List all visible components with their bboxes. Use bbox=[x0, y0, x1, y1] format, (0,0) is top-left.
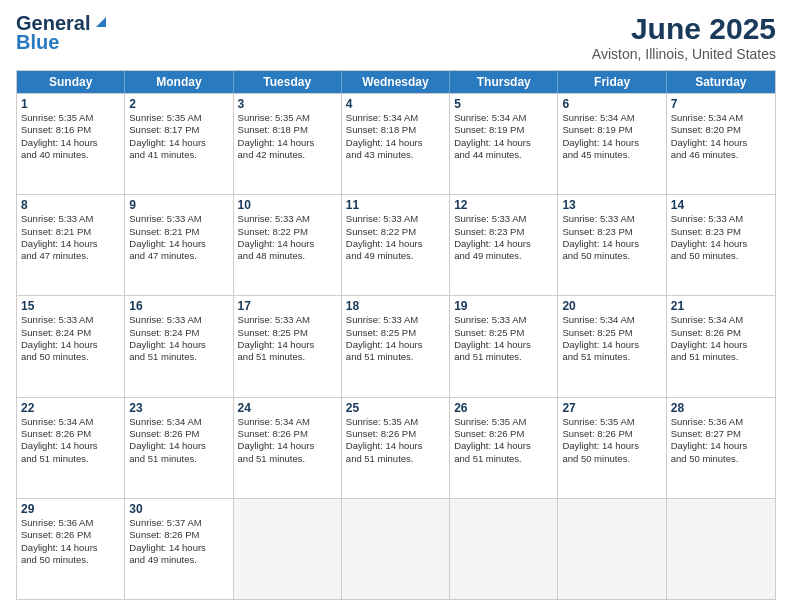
day-info: Sunrise: 5:35 AM Sunset: 8:26 PM Dayligh… bbox=[346, 416, 445, 465]
day-info: Sunrise: 5:33 AM Sunset: 8:24 PM Dayligh… bbox=[21, 314, 120, 363]
calendar-cell: 14Sunrise: 5:33 AM Sunset: 8:23 PM Dayli… bbox=[667, 195, 775, 295]
title-block: June 2025 Aviston, Illinois, United Stat… bbox=[592, 12, 776, 62]
weekday-header-tuesday: Tuesday bbox=[234, 71, 342, 93]
day-number: 10 bbox=[238, 198, 337, 212]
day-info: Sunrise: 5:33 AM Sunset: 8:24 PM Dayligh… bbox=[129, 314, 228, 363]
weekday-header-wednesday: Wednesday bbox=[342, 71, 450, 93]
calendar-cell: 26Sunrise: 5:35 AM Sunset: 8:26 PM Dayli… bbox=[450, 398, 558, 498]
calendar-cell: 23Sunrise: 5:34 AM Sunset: 8:26 PM Dayli… bbox=[125, 398, 233, 498]
day-info: Sunrise: 5:35 AM Sunset: 8:17 PM Dayligh… bbox=[129, 112, 228, 161]
day-number: 20 bbox=[562, 299, 661, 313]
day-info: Sunrise: 5:33 AM Sunset: 8:23 PM Dayligh… bbox=[562, 213, 661, 262]
day-number: 27 bbox=[562, 401, 661, 415]
day-info: Sunrise: 5:34 AM Sunset: 8:20 PM Dayligh… bbox=[671, 112, 771, 161]
calendar-cell: 30Sunrise: 5:37 AM Sunset: 8:26 PM Dayli… bbox=[125, 499, 233, 599]
day-info: Sunrise: 5:34 AM Sunset: 8:25 PM Dayligh… bbox=[562, 314, 661, 363]
weekday-header-sunday: Sunday bbox=[17, 71, 125, 93]
day-number: 29 bbox=[21, 502, 120, 516]
day-info: Sunrise: 5:34 AM Sunset: 8:26 PM Dayligh… bbox=[238, 416, 337, 465]
day-info: Sunrise: 5:35 AM Sunset: 8:18 PM Dayligh… bbox=[238, 112, 337, 161]
calendar-cell: 6Sunrise: 5:34 AM Sunset: 8:19 PM Daylig… bbox=[558, 94, 666, 194]
day-number: 17 bbox=[238, 299, 337, 313]
day-number: 19 bbox=[454, 299, 553, 313]
calendar-header: SundayMondayTuesdayWednesdayThursdayFrid… bbox=[17, 71, 775, 93]
calendar-cell: 3Sunrise: 5:35 AM Sunset: 8:18 PM Daylig… bbox=[234, 94, 342, 194]
day-info: Sunrise: 5:34 AM Sunset: 8:18 PM Dayligh… bbox=[346, 112, 445, 161]
day-info: Sunrise: 5:34 AM Sunset: 8:19 PM Dayligh… bbox=[454, 112, 553, 161]
calendar-cell: 20Sunrise: 5:34 AM Sunset: 8:25 PM Dayli… bbox=[558, 296, 666, 396]
calendar-cell: 2Sunrise: 5:35 AM Sunset: 8:17 PM Daylig… bbox=[125, 94, 233, 194]
day-number: 25 bbox=[346, 401, 445, 415]
calendar-cell: 18Sunrise: 5:33 AM Sunset: 8:25 PM Dayli… bbox=[342, 296, 450, 396]
day-info: Sunrise: 5:33 AM Sunset: 8:21 PM Dayligh… bbox=[129, 213, 228, 262]
calendar-row-2: 8Sunrise: 5:33 AM Sunset: 8:21 PM Daylig… bbox=[17, 194, 775, 295]
day-info: Sunrise: 5:33 AM Sunset: 8:23 PM Dayligh… bbox=[671, 213, 771, 262]
calendar-cell: 24Sunrise: 5:34 AM Sunset: 8:26 PM Dayli… bbox=[234, 398, 342, 498]
weekday-header-monday: Monday bbox=[125, 71, 233, 93]
day-info: Sunrise: 5:34 AM Sunset: 8:26 PM Dayligh… bbox=[21, 416, 120, 465]
day-number: 11 bbox=[346, 198, 445, 212]
calendar-cell bbox=[342, 499, 450, 599]
day-number: 28 bbox=[671, 401, 771, 415]
calendar-cell: 5Sunrise: 5:34 AM Sunset: 8:19 PM Daylig… bbox=[450, 94, 558, 194]
logo-triangle-icon bbox=[92, 13, 110, 31]
day-number: 24 bbox=[238, 401, 337, 415]
day-number: 7 bbox=[671, 97, 771, 111]
calendar-cell: 8Sunrise: 5:33 AM Sunset: 8:21 PM Daylig… bbox=[17, 195, 125, 295]
day-info: Sunrise: 5:35 AM Sunset: 8:26 PM Dayligh… bbox=[562, 416, 661, 465]
day-info: Sunrise: 5:36 AM Sunset: 8:27 PM Dayligh… bbox=[671, 416, 771, 465]
calendar-cell bbox=[667, 499, 775, 599]
calendar-cell: 1Sunrise: 5:35 AM Sunset: 8:16 PM Daylig… bbox=[17, 94, 125, 194]
calendar-row-3: 15Sunrise: 5:33 AM Sunset: 8:24 PM Dayli… bbox=[17, 295, 775, 396]
weekday-header-thursday: Thursday bbox=[450, 71, 558, 93]
day-number: 14 bbox=[671, 198, 771, 212]
logo-blue-text: Blue bbox=[16, 31, 59, 54]
day-number: 3 bbox=[238, 97, 337, 111]
calendar-page: General Blue June 2025 Aviston, Illinois… bbox=[0, 0, 792, 612]
day-info: Sunrise: 5:33 AM Sunset: 8:25 PM Dayligh… bbox=[454, 314, 553, 363]
day-info: Sunrise: 5:36 AM Sunset: 8:26 PM Dayligh… bbox=[21, 517, 120, 566]
calendar-cell: 27Sunrise: 5:35 AM Sunset: 8:26 PM Dayli… bbox=[558, 398, 666, 498]
day-number: 26 bbox=[454, 401, 553, 415]
calendar-cell: 13Sunrise: 5:33 AM Sunset: 8:23 PM Dayli… bbox=[558, 195, 666, 295]
calendar: SundayMondayTuesdayWednesdayThursdayFrid… bbox=[16, 70, 776, 600]
day-info: Sunrise: 5:33 AM Sunset: 8:25 PM Dayligh… bbox=[346, 314, 445, 363]
calendar-cell: 17Sunrise: 5:33 AM Sunset: 8:25 PM Dayli… bbox=[234, 296, 342, 396]
logo: General Blue bbox=[16, 12, 110, 54]
day-number: 2 bbox=[129, 97, 228, 111]
calendar-cell: 12Sunrise: 5:33 AM Sunset: 8:23 PM Dayli… bbox=[450, 195, 558, 295]
calendar-body: 1Sunrise: 5:35 AM Sunset: 8:16 PM Daylig… bbox=[17, 93, 775, 599]
day-number: 8 bbox=[21, 198, 120, 212]
day-info: Sunrise: 5:37 AM Sunset: 8:26 PM Dayligh… bbox=[129, 517, 228, 566]
day-number: 16 bbox=[129, 299, 228, 313]
day-info: Sunrise: 5:33 AM Sunset: 8:22 PM Dayligh… bbox=[238, 213, 337, 262]
calendar-cell: 15Sunrise: 5:33 AM Sunset: 8:24 PM Dayli… bbox=[17, 296, 125, 396]
day-number: 6 bbox=[562, 97, 661, 111]
day-info: Sunrise: 5:34 AM Sunset: 8:19 PM Dayligh… bbox=[562, 112, 661, 161]
day-number: 23 bbox=[129, 401, 228, 415]
day-number: 9 bbox=[129, 198, 228, 212]
calendar-cell: 28Sunrise: 5:36 AM Sunset: 8:27 PM Dayli… bbox=[667, 398, 775, 498]
day-info: Sunrise: 5:35 AM Sunset: 8:16 PM Dayligh… bbox=[21, 112, 120, 161]
calendar-row-1: 1Sunrise: 5:35 AM Sunset: 8:16 PM Daylig… bbox=[17, 93, 775, 194]
calendar-cell: 19Sunrise: 5:33 AM Sunset: 8:25 PM Dayli… bbox=[450, 296, 558, 396]
main-title: June 2025 bbox=[592, 12, 776, 46]
day-info: Sunrise: 5:33 AM Sunset: 8:22 PM Dayligh… bbox=[346, 213, 445, 262]
calendar-cell bbox=[234, 499, 342, 599]
day-number: 18 bbox=[346, 299, 445, 313]
calendar-cell: 25Sunrise: 5:35 AM Sunset: 8:26 PM Dayli… bbox=[342, 398, 450, 498]
day-number: 1 bbox=[21, 97, 120, 111]
day-info: Sunrise: 5:33 AM Sunset: 8:25 PM Dayligh… bbox=[238, 314, 337, 363]
day-number: 13 bbox=[562, 198, 661, 212]
day-number: 4 bbox=[346, 97, 445, 111]
header: General Blue June 2025 Aviston, Illinois… bbox=[16, 12, 776, 62]
calendar-row-4: 22Sunrise: 5:34 AM Sunset: 8:26 PM Dayli… bbox=[17, 397, 775, 498]
calendar-cell: 21Sunrise: 5:34 AM Sunset: 8:26 PM Dayli… bbox=[667, 296, 775, 396]
day-info: Sunrise: 5:34 AM Sunset: 8:26 PM Dayligh… bbox=[671, 314, 771, 363]
day-number: 22 bbox=[21, 401, 120, 415]
calendar-cell bbox=[558, 499, 666, 599]
calendar-cell: 4Sunrise: 5:34 AM Sunset: 8:18 PM Daylig… bbox=[342, 94, 450, 194]
day-number: 30 bbox=[129, 502, 228, 516]
svg-marker-0 bbox=[96, 17, 106, 27]
day-info: Sunrise: 5:33 AM Sunset: 8:23 PM Dayligh… bbox=[454, 213, 553, 262]
